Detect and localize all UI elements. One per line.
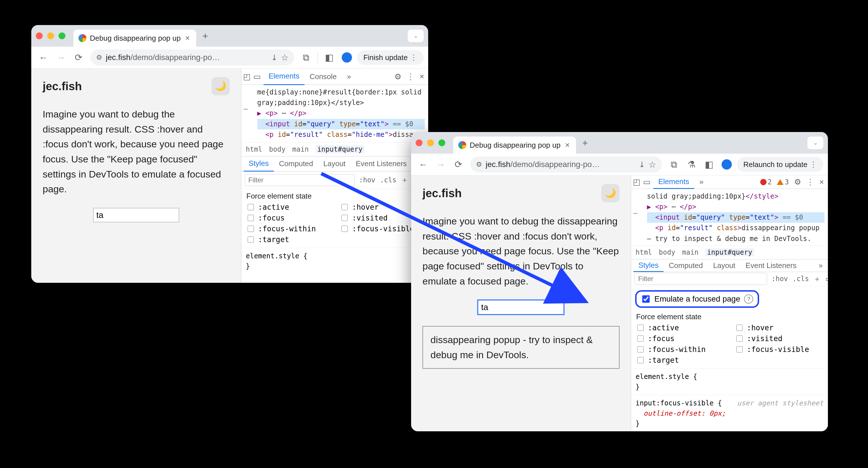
profile-avatar[interactable] [719, 157, 734, 172]
computed-styles-icon[interactable]: ▭ [825, 274, 828, 283]
force-hover[interactable]: :hover [735, 323, 823, 332]
side-panel-icon[interactable]: ◧ [322, 50, 337, 65]
close-window-icon[interactable] [36, 32, 43, 39]
toggle-cls-button[interactable]: .cls [793, 275, 809, 283]
close-window-icon[interactable] [416, 139, 423, 146]
query-input[interactable] [93, 208, 179, 222]
close-devtools-icon[interactable]: × [819, 178, 824, 187]
help-icon[interactable]: ? [744, 294, 753, 303]
reload-button[interactable]: ⟳ [451, 157, 466, 172]
site-settings-icon[interactable]: ⚙ [476, 160, 482, 169]
dom-tree[interactable]: me{display:none}#result{border:1px solid… [241, 85, 429, 142]
force-focus-visible[interactable]: :focus-visible [340, 225, 423, 233]
back-button[interactable]: ← [416, 157, 430, 172]
settings-icon[interactable]: ⚙ [794, 177, 801, 187]
css-rule-block[interactable]: element.style { } [631, 369, 828, 395]
bookmark-icon[interactable]: ☆ [281, 53, 288, 63]
tab-overflow-icon[interactable]: » [694, 176, 709, 188]
extensions-icon[interactable]: ⧉ [666, 157, 681, 172]
theme-toggle-button[interactable]: 🌙 [601, 184, 620, 202]
tab-overflow-button[interactable]: ⌄ [408, 30, 424, 42]
device-toolbar-icon[interactable]: ▭ [253, 72, 261, 81]
tab-overflow-icon[interactable]: » [342, 68, 356, 85]
reload-button[interactable]: ⟳ [71, 50, 86, 65]
warning-count-badge[interactable]: 3 [777, 178, 789, 186]
side-panel-icon[interactable]: ◧ [702, 157, 716, 172]
browser-tab[interactable]: Debug disappearing pop up × [73, 30, 196, 47]
toggle-cls-button[interactable]: .cls [380, 176, 396, 184]
new-style-rule-icon[interactable]: ＋ [813, 274, 821, 284]
subtab-event-listeners[interactable]: Event Listeners [740, 260, 802, 272]
toggle-hov-button[interactable]: :hov [359, 176, 376, 184]
tab-elements[interactable]: Elements [653, 175, 694, 189]
more-icon[interactable]: ⋮ [407, 72, 414, 81]
browser-tab[interactable]: Debug disappearing pop up × [453, 137, 576, 154]
theme-toggle-button[interactable]: 🌙 [212, 77, 230, 95]
dom-line-selected[interactable]: <input id="query" type="text"> == $0 [257, 119, 425, 129]
subtab-layout[interactable]: Layout [708, 260, 740, 272]
extensions-icon[interactable]: ⧉ [299, 50, 314, 65]
tab-overflow-button[interactable]: ⌄ [807, 137, 824, 149]
subtab-styles[interactable]: Styles [244, 156, 274, 172]
close-devtools-icon[interactable]: × [420, 72, 424, 81]
tab-console[interactable]: Console [305, 68, 342, 85]
force-target[interactable]: :target [636, 356, 724, 364]
emulate-focused-page-checkbox[interactable] [642, 295, 650, 303]
styles-filter-input[interactable] [634, 273, 767, 285]
new-tab-button[interactable]: + [198, 29, 212, 43]
back-button[interactable]: ← [36, 50, 51, 65]
forward-button[interactable]: → [54, 50, 68, 65]
new-style-rule-icon[interactable]: ＋ [401, 175, 408, 185]
force-visited[interactable]: :visited [735, 334, 823, 343]
address-bar[interactable]: ⚙ jec.fish/demo/disappearing-po… ⤓ ☆ [90, 50, 294, 65]
force-focus-within[interactable]: :focus-within [636, 345, 724, 354]
install-app-icon[interactable]: ⤓ [271, 53, 278, 62]
close-tab-icon[interactable]: × [184, 34, 191, 43]
more-icon[interactable]: ⋮ [806, 177, 814, 187]
force-focus[interactable]: :focus [247, 214, 329, 222]
site-settings-icon[interactable]: ⚙ [96, 54, 102, 61]
inspect-element-icon[interactable]: ◰ [633, 177, 640, 187]
maximize-window-icon[interactable] [59, 32, 65, 39]
close-tab-icon[interactable]: × [564, 141, 570, 150]
minimize-window-icon[interactable] [427, 139, 434, 146]
force-target[interactable]: :target [247, 235, 329, 244]
inspect-element-icon[interactable]: ◰ [243, 72, 250, 81]
finish-update-button[interactable]: Finish update⋮ [357, 50, 424, 65]
css-rule-block[interactable]: element.style { } [241, 248, 429, 274]
device-toolbar-icon[interactable]: ▭ [643, 177, 651, 187]
emulate-focused-page-toggle[interactable]: Emulate a focused page ? [635, 290, 760, 308]
query-input[interactable] [478, 300, 564, 315]
maximize-window-icon[interactable] [438, 139, 445, 146]
css-rule-block[interactable]: input:focus-visible {user agent styleshe… [631, 395, 828, 431]
install-app-icon[interactable]: ⤓ [639, 160, 645, 169]
address-bar[interactable]: ⚙ jec.fish/demo/disappearing-po… ⤓ ☆ [470, 156, 662, 172]
subtab-computed[interactable]: Computed [663, 260, 708, 272]
force-hover[interactable]: :hover [340, 203, 423, 211]
force-active[interactable]: :active [247, 203, 329, 211]
force-focus[interactable]: :focus [636, 334, 724, 343]
error-count-badge[interactable]: 2 [760, 178, 772, 186]
new-tab-button[interactable]: + [578, 136, 592, 150]
subtab-overflow-icon[interactable]: » [816, 261, 826, 270]
forward-button[interactable]: → [433, 157, 448, 172]
relaunch-update-button[interactable]: Relaunch to update⋮ [737, 157, 824, 172]
force-focus-visible[interactable]: :focus-visible [735, 345, 823, 354]
bookmark-icon[interactable]: ☆ [649, 159, 656, 170]
subtab-layout[interactable]: Layout [318, 156, 350, 171]
dom-tree[interactable]: solid gray;padding:10px}</style> ▶ <p> ⋯… [631, 189, 828, 245]
subtab-event-listeners[interactable]: Event Listeners [350, 156, 412, 171]
labs-icon[interactable]: ⚗ [684, 157, 699, 172]
breadcrumb[interactable]: htmlbodymaininput#query [631, 245, 828, 260]
styles-filter-input[interactable] [245, 174, 354, 186]
subtab-computed[interactable]: Computed [274, 156, 318, 171]
force-visited[interactable]: :visited [340, 214, 423, 222]
subtab-styles[interactable]: Styles [633, 259, 664, 272]
dom-line-selected[interactable]: <input id="query" type="text"> == $0 [647, 212, 825, 223]
settings-icon[interactable]: ⚙ [394, 72, 401, 81]
force-active[interactable]: :active [636, 323, 724, 332]
breadcrumb[interactable]: htmlbodymaininput#query [241, 142, 429, 156]
force-focus-within[interactable]: :focus-within [247, 225, 329, 233]
tab-elements[interactable]: Elements [264, 68, 305, 85]
minimize-window-icon[interactable] [47, 32, 54, 39]
